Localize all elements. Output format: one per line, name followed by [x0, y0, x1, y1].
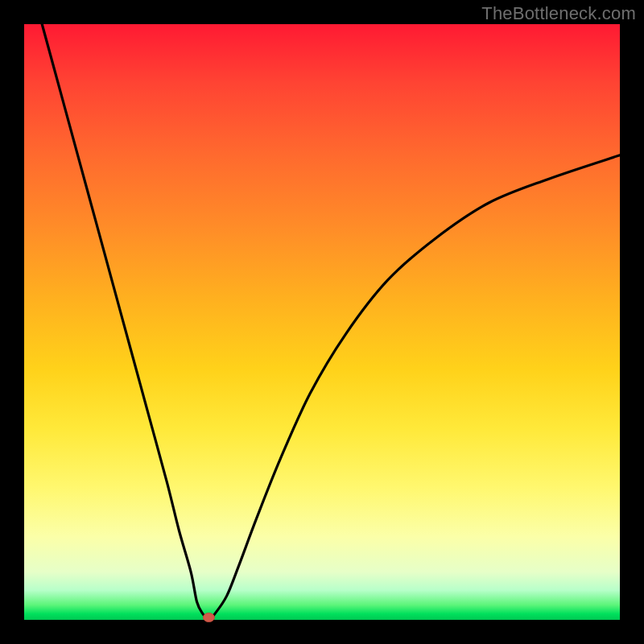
watermark-text: TheBottleneck.com: [481, 3, 636, 24]
minimum-marker: [203, 613, 214, 622]
bottleneck-curve: [42, 24, 620, 620]
chart-frame: TheBottleneck.com: [0, 0, 644, 644]
curve-svg: [24, 24, 620, 620]
plot-area: [24, 24, 620, 620]
